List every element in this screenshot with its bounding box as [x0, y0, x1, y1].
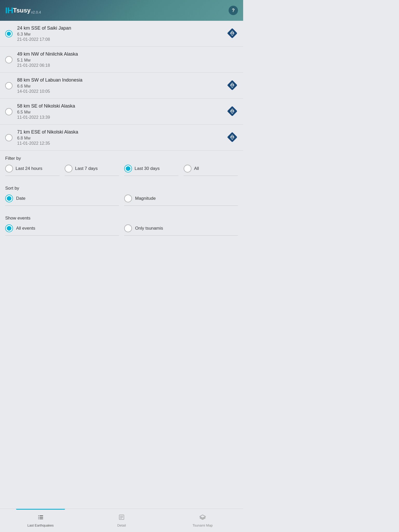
tsunami-icon [227, 79, 238, 92]
sort-option[interactable]: Date [5, 195, 119, 206]
earthquake-magnitude: 6.6 Mw [17, 84, 224, 89]
filter-radio[interactable] [5, 165, 13, 172]
earthquake-date: 21-01-2022 17:08 [17, 37, 224, 42]
earthquake-location: 24 km SSE of Saiki Japan [17, 25, 224, 31]
earthquake-item[interactable]: 88 km SW of Labuan Indonesia 6.6 Mw 14-0… [0, 73, 243, 99]
earthquake-location: 71 km ESE of Nikolski Alaska [17, 129, 224, 135]
sort-option[interactable]: Magnitude [124, 195, 238, 206]
earthquake-magnitude: 6.8 Mw [17, 136, 224, 141]
earthquake-radio[interactable] [5, 56, 12, 63]
tsunami-icon [227, 28, 238, 40]
earthquake-list: 24 km SSE of Saiki Japan 6.3 Mw 21-01-20… [0, 21, 243, 151]
earthquake-date: 14-01-2022 10:05 [17, 89, 224, 94]
earthquake-magnitude: 5.1 Mw [17, 58, 238, 63]
logo-ih: IH [5, 6, 13, 15]
earthquake-item[interactable]: 71 km ESE of Nikolski Alaska 6.8 Mw 11-0… [0, 125, 243, 151]
filter-option[interactable]: All [184, 165, 238, 176]
filter-option[interactable]: Last 30 days [124, 165, 178, 176]
sort-radio[interactable] [5, 195, 13, 202]
earthquake-info: 24 km SSE of Saiki Japan 6.3 Mw 21-01-20… [17, 25, 224, 42]
sort-option-label: Date [16, 196, 25, 201]
earthquake-date: 11-01-2022 12:35 [17, 141, 224, 146]
earthquake-magnitude: 6.5 Mw [17, 110, 224, 115]
help-button[interactable]: ? [229, 6, 238, 15]
earthquake-date: 21-01-2022 06:18 [17, 63, 238, 68]
filter-option-label: Last 30 days [135, 166, 159, 171]
sort-option-label: Magnitude [135, 196, 156, 201]
earthquake-location: 58 km SE of Nikolski Alaska [17, 103, 224, 109]
filter-option-label: Last 7 days [75, 166, 98, 171]
earthquake-info: 58 km SE of Nikolski Alaska 6.5 Mw 11-01… [17, 103, 224, 120]
logo-tsusy: Tsusy [13, 7, 31, 14]
logo-version: v2.0.4 [31, 10, 41, 14]
sort-section: Sort by Date Magnitude [0, 181, 243, 207]
sort-options: Date Magnitude [5, 195, 238, 207]
filter-option[interactable]: Last 7 days [65, 165, 119, 176]
filter-option[interactable]: Last 24 hours [5, 165, 59, 176]
earthquake-item[interactable]: 58 km SE of Nikolski Alaska 6.5 Mw 11-01… [0, 99, 243, 125]
filter-option-label: All [194, 166, 199, 171]
show-events-option[interactable]: All events [5, 224, 119, 236]
show-events-options: All events Only tsunamis [5, 224, 238, 237]
filter-option-label: Last 24 hours [16, 166, 42, 171]
sort-radio[interactable] [124, 195, 132, 202]
show-events-section: Show events All events Only tsunamis [0, 210, 243, 237]
tsunami-icon [227, 131, 238, 144]
show-events-label: Show events [5, 216, 238, 221]
earthquake-radio[interactable] [5, 134, 12, 141]
show-events-option-label: Only tsunamis [135, 226, 163, 231]
filter-options: Last 24 hours Last 7 days Last 30 days A… [5, 165, 238, 177]
earthquake-info: 88 km SW of Labuan Indonesia 6.6 Mw 14-0… [17, 77, 224, 94]
earthquake-item[interactable]: 49 km NW of Ninilchik Alaska 5.1 Mw 21-0… [0, 47, 243, 73]
earthquake-magnitude: 6.3 Mw [17, 32, 224, 37]
tsunami-icon [227, 105, 238, 118]
show-events-radio[interactable] [5, 224, 13, 232]
show-events-option[interactable]: Only tsunamis [124, 224, 238, 236]
earthquake-info: 49 km NW of Ninilchik Alaska 5.1 Mw 21-0… [17, 51, 238, 68]
earthquake-radio[interactable] [5, 30, 12, 37]
sort-label: Sort by [5, 186, 238, 191]
filter-section: Filter by Last 24 hours Last 7 days Last… [0, 151, 243, 177]
filter-radio[interactable] [184, 165, 191, 172]
earthquake-date: 11-01-2022 13:39 [17, 115, 224, 120]
app-header: IH Tsusy v2.0.4 ? [0, 0, 243, 21]
earthquake-location: 49 km NW of Ninilchik Alaska [17, 51, 238, 57]
filter-radio[interactable] [65, 165, 72, 172]
earthquake-location: 88 km SW of Labuan Indonesia [17, 77, 224, 83]
filter-label: Filter by [5, 156, 238, 161]
filter-radio[interactable] [124, 165, 132, 172]
show-events-option-label: All events [16, 226, 35, 231]
earthquake-info: 71 km ESE of Nikolski Alaska 6.8 Mw 11-0… [17, 129, 224, 146]
app-logo: IH Tsusy v2.0.4 [5, 6, 41, 15]
earthquake-item[interactable]: 24 km SSE of Saiki Japan 6.3 Mw 21-01-20… [0, 21, 243, 47]
earthquake-radio[interactable] [5, 108, 12, 115]
earthquake-radio[interactable] [5, 82, 12, 89]
show-events-radio[interactable] [124, 224, 132, 232]
